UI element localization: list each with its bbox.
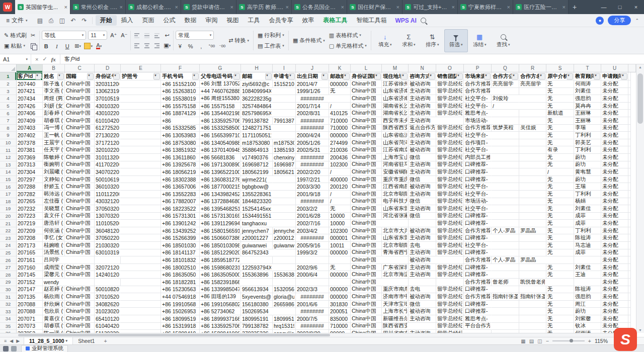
header-cell-K[interactable]: 邮政编码▼	[329, 72, 351, 80]
cell[interactable]: 未分配	[601, 271, 628, 279]
cell[interactable]	[519, 95, 546, 103]
row-number[interactable]: 7	[0, 117, 17, 125]
cell[interactable]: ########	[296, 234, 329, 242]
cell[interactable]: China中国	[65, 264, 95, 272]
cell[interactable]: 310113200211152925	[95, 154, 121, 161]
row-number[interactable]: 34	[0, 315, 17, 323]
cell[interactable]: +86 13552283	[161, 191, 200, 198]
cell[interactable]: 无	[546, 198, 574, 206]
cell[interactable]: +86 田瑶的139	[200, 293, 241, 301]
cell[interactable]: 市场活动-	[464, 198, 492, 206]
cell[interactable]: 个人-罗晶	[492, 227, 519, 235]
cell[interactable]: 湖南省长沙	[382, 110, 409, 117]
cell[interactable]: 主动咨询	[409, 191, 436, 198]
cell[interactable]	[492, 110, 519, 117]
row-number[interactable]: 12	[0, 154, 17, 161]
cell[interactable]: 无	[329, 88, 351, 96]
cell[interactable]: +86 18182281	[161, 279, 200, 286]
cell[interactable]: 未分配	[601, 154, 628, 161]
menu-item-开始[interactable]: 开始	[96, 15, 117, 26]
cell[interactable]: 10000	[329, 213, 351, 220]
cell[interactable]: 未分配	[601, 95, 628, 103]
cell[interactable]: 610404200212213421	[95, 323, 121, 330]
cell[interactable]: 无	[546, 154, 574, 161]
cell[interactable]: 未分配	[601, 117, 628, 125]
cell[interactable]	[492, 301, 519, 308]
cell[interactable]	[121, 242, 161, 249]
cell[interactable]: 151521001	[273, 80, 296, 88]
cell[interactable]: China中国	[351, 110, 382, 117]
cell[interactable]: China中国	[65, 88, 95, 96]
cell[interactable]: 200436	[329, 154, 351, 161]
add-sheet-button[interactable]: +	[100, 338, 111, 344]
cell[interactable]: 亮亮留学	[519, 80, 546, 88]
cell[interactable]: 山东省济南	[382, 95, 409, 103]
fx-icon[interactable]: fx	[51, 56, 56, 62]
cell[interactable]	[519, 168, 546, 176]
cell[interactable]: 留学总经纪	[436, 271, 464, 279]
cell[interactable]: 207282	[17, 191, 43, 198]
cell[interactable]	[519, 234, 546, 242]
cell[interactable]: +86 1580156591	[200, 227, 241, 235]
wps-ai-button[interactable]: WPS AI	[391, 17, 421, 24]
cell[interactable]: China中国	[351, 139, 382, 147]
cell[interactable]	[121, 256, 161, 264]
column-letter-B[interactable]: B	[43, 64, 65, 72]
cell[interactable]: 710000	[329, 125, 351, 132]
cell[interactable]: 000000	[329, 286, 351, 294]
font-size-select[interactable]: 11▾	[88, 31, 107, 40]
prev-sheet-icon[interactable]: ◀	[10, 338, 13, 343]
cell[interactable]: 000001	[329, 234, 351, 242]
cell[interactable]: 207219	[17, 220, 43, 227]
cell[interactable]: tanghaoxu	[241, 220, 273, 227]
cell[interactable]: 陈祖涛	[574, 234, 601, 242]
cell[interactable]: China中国	[351, 293, 382, 301]
cell[interactable]	[273, 220, 296, 227]
cell[interactable]: 指南针张圣	[492, 293, 519, 301]
cell[interactable]: China中国	[351, 286, 382, 294]
zoom-out-icon[interactable]: −	[546, 338, 549, 344]
cell[interactable]: 180995191	[273, 315, 296, 323]
cell[interactable]: 罗晶晶	[519, 256, 546, 264]
cell[interactable]: +86 18223522	[161, 205, 200, 213]
convert-button[interactable]: ⇄转换▾	[226, 36, 251, 45]
cell[interactable]	[492, 139, 519, 147]
cell[interactable]: 合作方推荐	[464, 256, 492, 264]
menu-item-视图[interactable]: 视图	[222, 15, 244, 26]
cell[interactable]: 710000	[329, 323, 351, 330]
search-icon[interactable]	[421, 18, 426, 23]
filter-dropdown-icon[interactable]: ▼	[401, 73, 408, 79]
cell[interactable]: 合作方推荐	[464, 227, 492, 235]
cell[interactable]: ########	[296, 161, 329, 169]
cell[interactable]: 无	[546, 183, 574, 191]
cell[interactable]: 2000/6/4	[296, 271, 329, 279]
cell[interactable]: China中国	[351, 154, 382, 161]
cell[interactable]	[492, 308, 519, 315]
sheet-list-icon[interactable]: ≡	[4, 338, 7, 343]
cell[interactable]: /	[492, 103, 519, 110]
cell[interactable]: 无	[546, 95, 574, 103]
cell[interactable]: 口碑推荐-	[464, 234, 492, 242]
file-tab[interactable]: S公务员国企事业单...×	[292, 0, 347, 14]
tab-close-icon[interactable]: ×	[562, 4, 566, 10]
cell[interactable]: +86 1340540988	[200, 139, 241, 147]
cell[interactable]: 000000	[329, 293, 351, 301]
close-button[interactable]: ×	[628, 0, 644, 14]
cell[interactable]: 未分配	[601, 227, 628, 235]
cell[interactable]: 无	[546, 176, 574, 184]
worksheet-button[interactable]: ▤工作表▾	[256, 42, 286, 50]
cell[interactable]: China中国	[351, 264, 382, 272]
cell[interactable]: 301830	[329, 301, 351, 308]
cell[interactable]	[519, 161, 546, 169]
select-all-corner[interactable]	[0, 64, 17, 72]
cell[interactable]: 207160	[17, 264, 43, 272]
cell[interactable]: jennychen7	[241, 227, 273, 235]
cell[interactable]: m18753080	[241, 139, 273, 147]
cell[interactable]: 未分配	[601, 213, 628, 220]
file-tab[interactable]: S贷款申请信息.xlsx×	[181, 0, 236, 14]
cell[interactable]: 2002/5/31	[296, 146, 329, 154]
cell[interactable]: 未分配	[601, 132, 628, 139]
cell[interactable]	[273, 176, 296, 184]
filter-dropdown-icon[interactable]: ▼	[35, 73, 42, 79]
cell[interactable]: China中国	[351, 80, 382, 88]
